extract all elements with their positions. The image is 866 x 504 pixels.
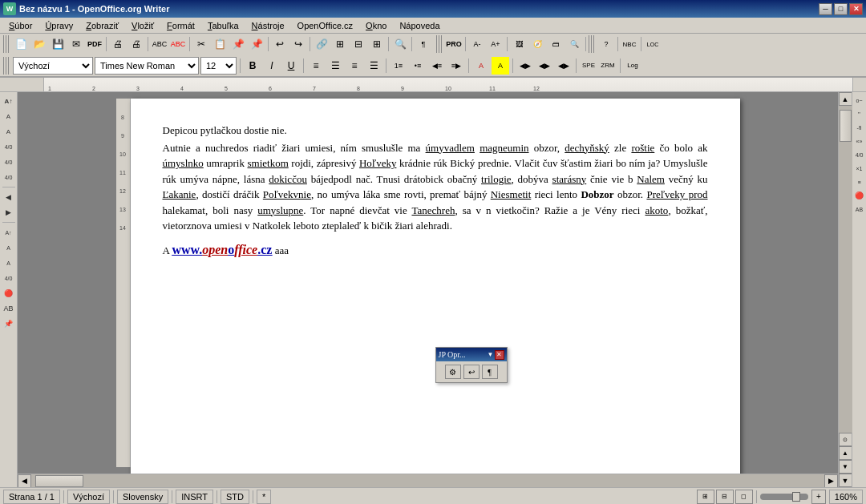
undo-button[interactable]: ↩ — [271, 35, 289, 53]
hscroll-track[interactable] — [31, 474, 824, 488]
sidebar-btn-2[interactable]: A — [2, 109, 16, 123]
rp-btn-9[interactable]: AB — [853, 203, 866, 216]
font-size-inc[interactable]: A+ — [487, 35, 504, 53]
paste-button[interactable]: 📌 — [229, 35, 247, 53]
print-button[interactable]: 🖨 — [127, 35, 145, 53]
more-btn2[interactable]: ◀▶ — [536, 57, 553, 75]
sidebar-btn-8[interactable]: ▶ — [2, 205, 16, 220]
sidebar-btn-10[interactable]: A — [2, 240, 16, 255]
insert-button[interactable]: ⊞ — [368, 35, 386, 53]
align-center-button[interactable]: ☰ — [326, 57, 344, 75]
align-justify-button[interactable]: ☰ — [365, 57, 382, 75]
menu-napoveda[interactable]: Nápoveda — [394, 18, 445, 33]
paste-special-button[interactable]: 📌 — [248, 35, 265, 53]
rp-btn-4[interactable]: «» — [853, 135, 866, 147]
close-button[interactable]: ✕ — [849, 3, 863, 15]
rp-btn-3[interactable]: -fi — [853, 121, 866, 134]
zoom-view-btn-1[interactable]: ⊞ — [697, 490, 714, 504]
hyperlink-button[interactable]: 🔗 — [313, 35, 330, 53]
dbrowser-button[interactable]: 🗃 — [547, 35, 565, 53]
vscroll-down-button[interactable]: ▼ — [839, 474, 852, 487]
sidebar-btn-14[interactable]: AB — [2, 301, 16, 316]
table2-button[interactable]: ⊟ — [350, 35, 367, 53]
zrm-btn[interactable]: ZRM — [599, 57, 617, 75]
indent-inc-button[interactable]: ≡▶ — [447, 57, 465, 75]
email-button[interactable]: ✉ — [67, 35, 85, 53]
menu-subor[interactable]: Súbor — [3, 18, 38, 33]
gallery-button[interactable]: 🖼 — [510, 35, 528, 53]
menu-ooo[interactable]: OpenOffice.cz — [292, 18, 359, 33]
popup-btn-2[interactable]: ↩ — [463, 365, 480, 379]
font-color-button[interactable]: A — [472, 57, 490, 75]
zoom-view-btn-3[interactable]: ◻ — [735, 490, 753, 504]
indent-dec-button[interactable]: ◀≡ — [428, 57, 446, 75]
extra-button[interactable]: NBC — [621, 35, 638, 53]
rp-btn-7[interactable]: ≡ — [853, 175, 866, 188]
align-left-button[interactable]: ≡ — [307, 57, 325, 75]
menu-vlozit[interactable]: Vložiť — [126, 18, 160, 33]
save-button[interactable]: 💾 — [49, 35, 67, 53]
vscroll-track[interactable] — [839, 106, 852, 433]
sidebar-btn-11[interactable]: A — [2, 256, 16, 270]
popup-dropdown-btn[interactable]: ▼ — [488, 350, 494, 360]
zoom-plus-button[interactable]: + — [811, 490, 826, 504]
navigator-button[interactable]: 🧭 — [528, 35, 546, 53]
toolbar-handle-2[interactable] — [436, 35, 443, 53]
hscroll-left-button[interactable]: ◀ — [18, 474, 31, 488]
redo-button[interactable]: ↪ — [289, 35, 307, 53]
align-right-button[interactable]: ≡ — [346, 57, 363, 75]
zoom-thumb[interactable] — [792, 492, 800, 502]
cut-button[interactable]: ✂ — [192, 35, 210, 53]
copy-button[interactable]: 📋 — [211, 35, 229, 53]
bullets-button[interactable]: •≡ — [409, 57, 427, 75]
macro-button[interactable]: PRO — [445, 35, 463, 53]
numbering-button[interactable]: 1≡ — [390, 57, 407, 75]
zoom-view-btn-2[interactable]: ⊟ — [716, 490, 734, 504]
rp-btn-6[interactable]: ×1 — [853, 162, 866, 175]
vscroll-next-page-button[interactable]: ▼ — [839, 460, 852, 474]
table-button[interactable]: ⊞ — [331, 35, 349, 53]
highlight-button[interactable]: A — [492, 57, 509, 75]
vscroll-up-button[interactable]: ▲ — [839, 92, 852, 106]
autocorrect-button[interactable]: ABC — [169, 35, 187, 53]
log2-btn[interactable]: Log — [624, 57, 641, 75]
sidebar-btn-6[interactable]: 4/0 — [2, 170, 16, 184]
minimize-button[interactable]: ─ — [819, 3, 832, 15]
rp-btn-5[interactable]: 4/0 — [853, 148, 866, 161]
nonprint-button[interactable]: ¶ — [415, 35, 432, 53]
find-button[interactable]: 🔍 — [391, 35, 409, 53]
hscroll-right-button[interactable]: ▶ — [824, 474, 838, 488]
menu-upravy[interactable]: Úpravy — [39, 18, 79, 33]
sidebar-btn-9[interactable]: A↑ — [2, 225, 16, 240]
more-btn3[interactable]: ◀▶ — [555, 57, 573, 75]
open-button[interactable]: 📂 — [30, 35, 48, 53]
rp-btn-1[interactable]: o~ — [853, 94, 866, 107]
popup-btn-1[interactable]: ⚙ — [445, 365, 461, 379]
font-dropdown[interactable]: Times New Roman — [95, 57, 199, 75]
sidebar-btn-4[interactable]: 4/0 — [2, 139, 16, 154]
help-button[interactable]: ? — [597, 35, 615, 53]
log-button[interactable]: LOC — [644, 35, 662, 53]
menu-zobrazit[interactable]: Zobraziť — [80, 18, 124, 33]
popup-btn-3[interactable]: ¶ — [482, 365, 498, 379]
rp-btn-8[interactable]: 🔴 — [853, 189, 866, 202]
menu-format[interactable]: Formát — [161, 18, 200, 33]
sidebar-btn-5[interactable]: 4/0 — [2, 155, 16, 169]
pdf-button[interactable]: PDF — [86, 35, 103, 53]
sidebar-btn-15[interactable]: 📌 — [2, 317, 16, 331]
hyperlink[interactable]: www.openoffice.cz — [172, 244, 272, 256]
sidebar-btn-13[interactable]: 🔴 — [2, 286, 16, 300]
maximize-button[interactable]: □ — [834, 3, 848, 15]
zoom-slider[interactable] — [760, 494, 808, 500]
print-preview-button[interactable]: 🖨 — [109, 35, 127, 53]
hscroll-thumb[interactable] — [35, 475, 83, 487]
toolbar-handle-1[interactable] — [3, 35, 10, 53]
more-btn1[interactable]: ◀▶ — [516, 57, 534, 75]
style-dropdown[interactable]: Výchozí — [13, 57, 93, 75]
font-size-dec[interactable]: A- — [468, 35, 486, 53]
size-dropdown[interactable]: 12 — [200, 57, 237, 75]
italic-button[interactable]: I — [263, 57, 281, 75]
popup-close-button[interactable]: ✕ — [495, 350, 504, 360]
menu-tabulka[interactable]: Tabuľka — [202, 18, 245, 33]
underline-button[interactable]: U — [282, 57, 300, 75]
